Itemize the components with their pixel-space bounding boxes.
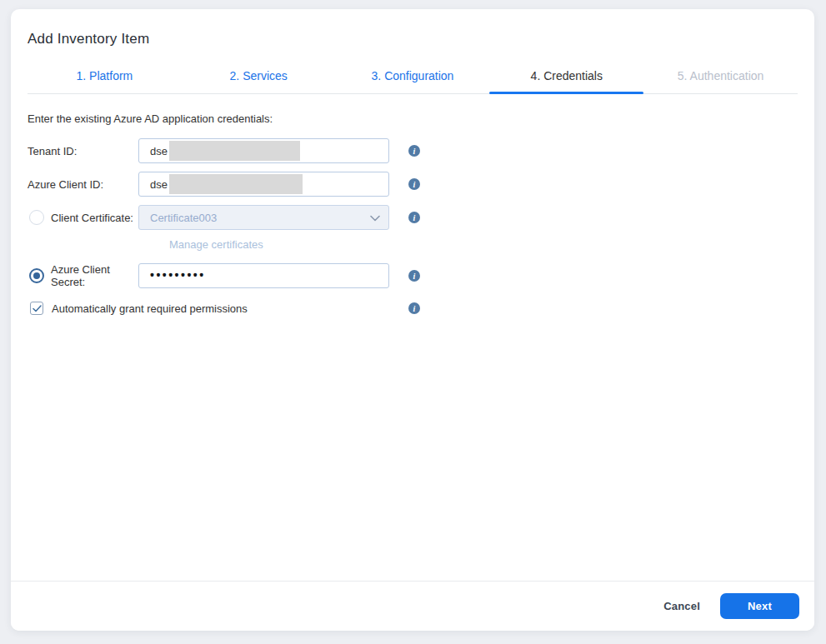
tenant-id-row: Tenant ID: dse i: [28, 138, 798, 163]
client-certificate-row: Client Certificate: Certificate003 i: [28, 205, 798, 230]
info-icon[interactable]: i: [408, 212, 420, 223]
azure-client-secret-row: Azure Client Secret: ••••••••• i: [28, 263, 798, 288]
azure-client-id-input[interactable]: dse: [138, 172, 389, 197]
tenant-id-label: Tenant ID:: [28, 145, 138, 157]
add-inventory-item-dialog: Add Inventory Item 1. Platform 2. Servic…: [11, 9, 814, 631]
azure-client-secret-input[interactable]: •••••••••: [138, 263, 389, 288]
grant-permissions-checkbox[interactable]: [30, 302, 43, 315]
client-certificate-radio[interactable]: [29, 210, 44, 225]
checkmark-icon: [33, 301, 42, 316]
next-button[interactable]: Next: [720, 593, 799, 619]
redacted-value: [169, 141, 300, 161]
azure-client-id-value: dse: [150, 178, 168, 191]
info-icon[interactable]: i: [408, 145, 420, 157]
credentials-form: Enter the existing Azure AD application …: [11, 94, 814, 315]
tenant-id-input[interactable]: dse: [138, 138, 389, 163]
info-icon[interactable]: i: [408, 270, 420, 282]
azure-client-id-row: Azure Client ID: dse i: [28, 172, 798, 197]
info-icon[interactable]: i: [408, 302, 420, 314]
wizard-step-tabs: 1. Platform 2. Services 3. Configuration…: [28, 62, 798, 94]
redacted-value: [169, 174, 303, 194]
chevron-down-icon: [370, 212, 380, 224]
tab-credentials-active[interactable]: 4. Credentials: [489, 62, 643, 93]
grant-permissions-row: Automatically grant required permissions…: [28, 302, 798, 315]
dialog-header: Add Inventory Item: [11, 9, 814, 47]
azure-client-secret-radio[interactable]: [29, 268, 44, 283]
tab-configuration[interactable]: 3. Configuration: [336, 62, 490, 93]
tenant-id-value: dse: [150, 145, 168, 157]
client-certificate-label: Client Certificate:: [51, 212, 138, 224]
dialog-footer: Cancel Next: [11, 581, 814, 631]
masked-secret-value: •••••••••: [150, 269, 206, 281]
manage-certificates-row: Manage certificates: [28, 237, 798, 252]
tab-authentication-disabled: 5. Authentication: [643, 62, 798, 93]
form-intro-text: Enter the existing Azure AD application …: [28, 112, 798, 125]
azure-client-id-label: Azure Client ID:: [28, 178, 138, 191]
azure-client-secret-label: Azure Client Secret:: [51, 263, 138, 288]
dialog-title: Add Inventory Item: [28, 31, 798, 47]
cancel-button[interactable]: Cancel: [663, 600, 700, 612]
tab-platform[interactable]: 1. Platform: [28, 62, 182, 93]
certificate-select: Certificate003: [138, 205, 389, 230]
info-icon[interactable]: i: [408, 178, 420, 190]
certificate-select-value: Certificate003: [150, 212, 370, 224]
manage-certificates-link: Manage certificates: [169, 238, 263, 251]
grant-permissions-label: Automatically grant required permissions: [52, 302, 401, 315]
tab-services[interactable]: 2. Services: [182, 62, 336, 93]
